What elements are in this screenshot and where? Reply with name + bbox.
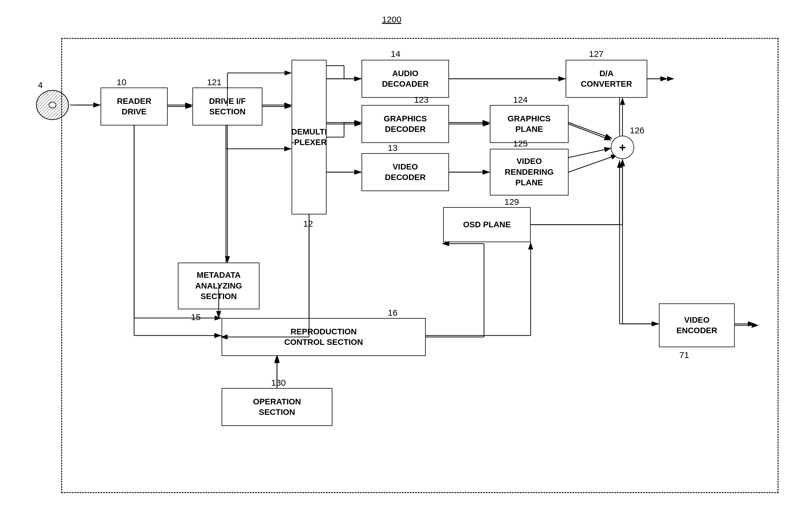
ref-127: 127 [589,49,604,59]
ref-71: 71 [679,350,689,360]
video-encoder-block: VIDEOENCODER [659,304,735,347]
drive-if-label: DRIVE I/FSECTION [209,96,246,117]
demultiplexer-block: DEMULTI-PLEXER [292,60,327,214]
ref-130: 130 [271,378,286,388]
reader-drive-label: READERDRIVE [117,96,151,117]
svg-point-41 [49,102,56,108]
osd-plane-block: OSD PLANE [443,207,531,242]
graphics-decoder-label: GRAPHICSDECODER [384,113,427,135]
diagram-container: 1200 [17,15,793,511]
demultiplexer-label: DEMULTI-PLEXER [291,127,327,148]
ref-123: 123 [414,95,429,105]
ref-15: 15 [191,312,201,322]
ref-126: 126 [630,125,644,135]
ref-13: 13 [388,143,397,153]
operation-block: OPERATIONSECTION [221,388,332,426]
plus-circle: + [611,136,634,159]
metadata-block: METADATAANALYZINGSECTION [178,263,260,309]
metadata-label: METADATAANALYZINGSECTION [195,270,242,302]
ref-121: 121 [207,77,221,87]
ref-12: 12 [303,219,313,229]
ref-14: 14 [391,49,400,59]
audio-decoder-block: AUDIODECOADER [362,60,449,98]
ref-4: 4 [38,80,43,90]
ref-16: 16 [388,308,397,318]
graphics-plane-label: GRAPHICSPLANE [508,113,551,135]
da-converter-block: D/ACONVERTER [566,60,647,98]
ref-129: 129 [504,197,519,207]
reproduction-label: REPRODUCTIONCONTROL SECTION [284,326,363,348]
ref-1200: 1200 [382,15,402,25]
ref-10: 10 [117,77,126,87]
video-encoder-label: VIDEOENCODER [677,315,717,336]
video-rendering-block: VIDEORENDERINGPLANE [490,149,568,195]
video-decoder-label: VIDEODECODER [385,162,426,183]
video-rendering-label: VIDEORENDERINGPLANE [505,156,554,188]
audio-decoder-label: AUDIODECOADER [382,68,429,89]
ref-125: 125 [513,139,528,149]
ref-124: 124 [513,95,528,105]
reproduction-block: REPRODUCTIONCONTROL SECTION [221,318,426,356]
plus-sign: + [619,141,626,154]
osd-plane-label: OSD PLANE [463,220,510,230]
drive-if-block: DRIVE I/FSECTION [192,87,262,125]
graphics-plane-block: GRAPHICSPLANE [490,105,568,143]
da-converter-label: D/ACONVERTER [581,68,632,89]
disc [35,87,70,123]
operation-label: OPERATIONSECTION [253,396,301,418]
graphics-decoder-block: GRAPHICSDECODER [362,105,449,143]
video-decoder-block: VIDEODECODER [362,153,449,191]
reader-drive-block: READERDRIVE [101,87,168,125]
